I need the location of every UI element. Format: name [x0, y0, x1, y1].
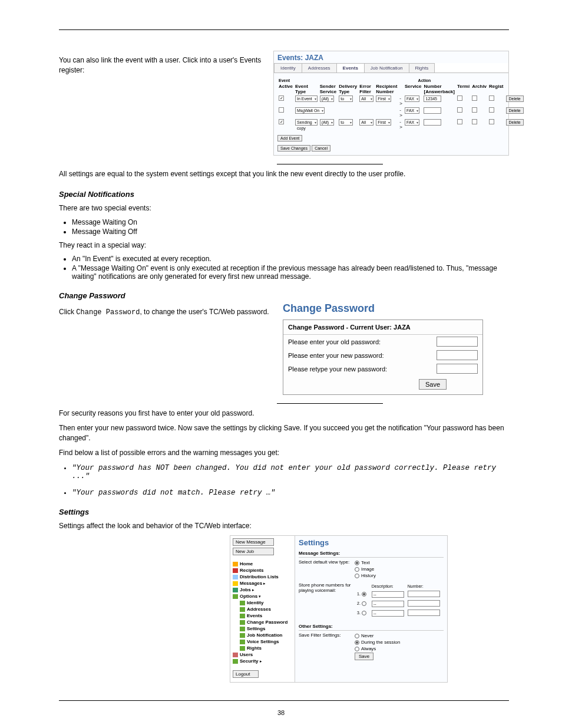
sidebar-item-identity[interactable]: Identity [233, 599, 292, 606]
cp-save-button[interactable]: Save [419, 379, 447, 390]
regist-checkbox[interactable] [489, 107, 494, 113]
sidebar-item-jobs[interactable]: Jobs [233, 587, 292, 593]
save-changes-button[interactable]: Save Changes [277, 145, 310, 151]
new-job-button[interactable]: New Job [233, 548, 274, 555]
number-input[interactable] [424, 119, 441, 126]
phone-2-number-input[interactable] [408, 600, 440, 607]
tab-job-notification[interactable]: Job Notification [364, 63, 409, 73]
settings-sidebar: New Message New Job Home Recipients Dist… [230, 536, 295, 682]
sidebar-item-security[interactable]: Security [233, 658, 292, 664]
cancel-button[interactable]: Cancel [312, 145, 330, 151]
events-row: MsgWait On -> FAX Delete [277, 107, 525, 118]
recipient-number-select[interactable]: First [376, 95, 391, 102]
active-checkbox[interactable]: ✓ [279, 95, 284, 101]
settings-save-button[interactable]: Save [355, 653, 373, 660]
message-settings-header: Message Settings: [299, 549, 444, 558]
event-type-select[interactable]: MsgWait On [295, 107, 325, 114]
settings-heading: Settings [59, 508, 509, 516]
sender-service-select[interactable]: (All) [320, 95, 334, 102]
archiv-checkbox[interactable] [472, 95, 477, 101]
event-type-select[interactable]: In Event [295, 95, 318, 102]
termi-checkbox[interactable] [457, 95, 462, 101]
sidebar-item-events[interactable]: Events [233, 612, 292, 619]
sidebar-item-job-notification[interactable]: Job Notification [233, 632, 292, 638]
add-event-button[interactable]: Add Event [277, 135, 302, 141]
service-select[interactable]: FAX [405, 107, 419, 114]
num-header-number: Number: [406, 584, 441, 589]
events-tabs: Identity Addresses Events Job Notificati… [274, 63, 508, 73]
service-select[interactable]: FAX [405, 119, 419, 126]
sidebar-item-home[interactable]: Home [233, 561, 292, 567]
delete-button[interactable]: Delete [506, 119, 524, 126]
regist-checkbox[interactable] [489, 119, 494, 124]
delete-button[interactable]: Delete [506, 107, 524, 114]
new-message-button[interactable]: New Message [233, 538, 274, 546]
tab-identity[interactable]: Identity [274, 63, 302, 73]
change-password-heading: Change Password [59, 291, 509, 300]
cp-new-password-input[interactable] [437, 350, 478, 360]
archiv-checkbox[interactable] [472, 119, 477, 124]
phone-2-desc-input[interactable]: -- [372, 601, 404, 607]
view-history-radio[interactable]: History [355, 572, 376, 579]
phone-3-radio[interactable] [362, 611, 366, 615]
events-title: Events: JAZA [274, 51, 508, 63]
logout-button[interactable]: Logout [233, 670, 259, 678]
sidebar-item-messages[interactable]: Messages [233, 580, 292, 587]
regist-checkbox[interactable] [489, 95, 494, 101]
cp-retype-password-input[interactable] [437, 364, 478, 374]
sidebar-item-distribution-lists[interactable]: Distribution Lists [233, 574, 292, 580]
cp-old-password-input[interactable] [437, 337, 478, 347]
events-screenshot: Events: JAZA Identity Addresses Events J… [273, 51, 509, 156]
list-item: A "Message Waiting On" event is only exe… [72, 264, 509, 281]
sidebar-item-recipients[interactable]: Recipients [233, 567, 292, 574]
error-item: "Your passwords did not match. Please re… [72, 489, 509, 497]
phone-3-desc-input[interactable]: -- [372, 610, 404, 617]
sidebar-item-settings[interactable]: Settings [233, 625, 292, 632]
recipient-number-select[interactable]: First [376, 119, 391, 126]
tab-events[interactable]: Events [336, 63, 365, 73]
phone-3-number-input[interactable] [408, 610, 440, 616]
sender-service-select[interactable]: (All) [320, 119, 334, 126]
sidebar-item-addresses[interactable]: Addresses [233, 606, 292, 612]
termi-checkbox[interactable] [457, 107, 462, 113]
archiv-checkbox[interactable] [472, 107, 477, 113]
filter-always-radio[interactable]: Always [355, 645, 400, 652]
th-regist: Regist [488, 83, 504, 95]
number-input[interactable] [424, 107, 441, 114]
view-image-radio[interactable]: Image [355, 566, 376, 572]
phone-1-radio[interactable] [362, 592, 366, 597]
th-archiv: Archiv [471, 83, 488, 95]
sidebar-item-change-password[interactable]: Change Password [233, 619, 292, 625]
error-filter-select[interactable]: All [359, 119, 373, 126]
phone-2-radio[interactable] [362, 601, 366, 606]
events-group-right: Action [417, 78, 505, 83]
delivery-type-select[interactable]: to [339, 95, 353, 102]
phone-1-number-input[interactable] [408, 591, 440, 597]
view-text-radio[interactable]: Text [355, 559, 376, 566]
active-checkbox[interactable]: ✓ [279, 119, 284, 124]
events-row: ✓ Sending copy (All) to All First -> FAX… [277, 118, 525, 131]
service-select[interactable]: FAX [405, 95, 419, 102]
tab-addresses[interactable]: Addresses [302, 63, 337, 73]
active-checkbox[interactable] [279, 107, 284, 113]
special-notifications-heading: Special Notifications [59, 190, 509, 199]
cp-title: Change Password [283, 302, 483, 315]
sidebar-item-voice-settings[interactable]: Voice Settings [233, 638, 292, 645]
filter-session-radio[interactable]: During the session [355, 639, 400, 645]
termi-checkbox[interactable] [457, 119, 462, 124]
number-input[interactable]: 12345 [424, 95, 441, 102]
sidebar-item-users[interactable]: Users [233, 651, 292, 658]
delete-button[interactable]: Delete [506, 95, 524, 102]
delivery-type-select[interactable]: to [339, 119, 353, 126]
default-view-label: Select default view type: [299, 559, 355, 579]
cp-box-header: Change Password - Current User: JAZA [283, 320, 482, 335]
sidebar-item-rights[interactable]: Rights [233, 645, 292, 651]
phone-1-desc-input[interactable]: -- [372, 591, 404, 598]
error-filter-select[interactable]: All [359, 95, 373, 102]
filter-never-radio[interactable]: Never [355, 633, 400, 639]
tab-rights[interactable]: Rights [409, 63, 435, 73]
events-group-left: Event [277, 78, 417, 83]
th-delivery-type: Delivery Type [338, 83, 358, 95]
sidebar-item-options[interactable]: Options [233, 593, 292, 599]
event-type-select[interactable]: Sending copy [295, 119, 318, 126]
